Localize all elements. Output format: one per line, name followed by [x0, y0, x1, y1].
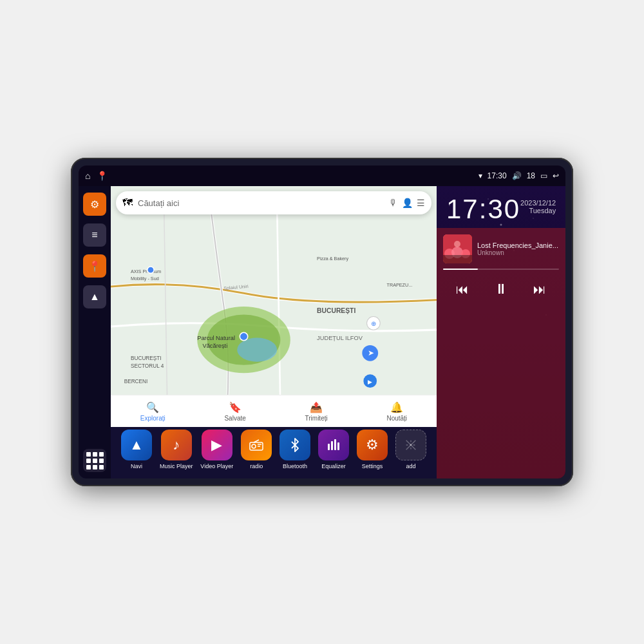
- video-player-icon: ▶: [202, 430, 232, 460]
- volume-icon: 🔊: [512, 171, 522, 180]
- svg-text:⊕: ⊕: [371, 320, 376, 327]
- left-sidebar: ⚙ ≡ 📍 ▲: [79, 186, 111, 478]
- status-time: 17:30: [488, 171, 507, 180]
- svg-text:SECTORUL 4: SECTORUL 4: [131, 363, 164, 369]
- radio-label: radio: [250, 463, 263, 469]
- map-background: Parcul Natural Văcărești BUCUREȘTI JUDEȚ…: [111, 186, 437, 427]
- app-add[interactable]: add: [395, 430, 426, 469]
- prev-button[interactable]: ⏮: [450, 279, 475, 300]
- clock-section: 17:30 2023/12/12 Tuesday: [437, 186, 565, 228]
- battery-level: 18: [527, 171, 535, 180]
- menu-icon[interactable]: ☰: [417, 198, 425, 208]
- music-widget[interactable]: Lost Frequencies_Janie... Unknown ⏮ ⏸ ⏭: [437, 228, 565, 478]
- settings-label: Settings: [362, 463, 383, 469]
- next-button[interactable]: ⏭: [527, 279, 553, 300]
- svg-rect-41: [443, 255, 472, 263]
- back-icon[interactable]: ↩: [553, 171, 559, 180]
- status-left: ⌂ 📍: [85, 171, 108, 181]
- svg-text:BERCENI: BERCENI: [124, 379, 148, 384]
- svg-text:BUCUREȘTI: BUCUREȘTI: [131, 355, 162, 361]
- map-nav-news[interactable]: 🔔 Noutăți: [386, 401, 407, 422]
- sidebar-maps-button[interactable]: 📍: [83, 254, 106, 278]
- map-nav-share[interactable]: 📤 Trimiteți: [305, 401, 328, 422]
- app-radio[interactable]: radio: [241, 430, 272, 469]
- svg-point-16: [147, 267, 154, 273]
- music-controls: ⏮ ⏸ ⏭: [443, 278, 559, 301]
- svg-point-3: [237, 338, 277, 362]
- saved-icon: 🔖: [229, 401, 242, 413]
- svg-text:Parcul Natural: Parcul Natural: [197, 335, 235, 341]
- maps-status-icon[interactable]: 📍: [97, 171, 108, 181]
- map-nav-explore[interactable]: 🔍 Explorați: [140, 401, 166, 422]
- navi-icon: ▲: [121, 430, 152, 460]
- app-video-player[interactable]: ▶ Video Player: [200, 430, 233, 469]
- search-icons: 🎙 👤 ☰: [389, 198, 425, 208]
- svg-text:Pizza & Bakery: Pizza & Bakery: [317, 256, 348, 261]
- video-player-label: Video Player: [200, 463, 233, 469]
- account-icon[interactable]: 👤: [402, 198, 413, 208]
- home-icon[interactable]: ⌂: [85, 171, 90, 181]
- svg-text:Mobility - Sud: Mobility - Sud: [131, 276, 159, 281]
- svg-text:AXIS Premium: AXIS Premium: [131, 269, 161, 274]
- svg-text:TRAPEZU...: TRAPEZU...: [387, 282, 413, 288]
- center-area: Parcul Natural Văcărești BUCUREȘTI JUDEȚ…: [111, 186, 437, 478]
- navi-label: Navi: [131, 463, 142, 469]
- svg-rect-32: [337, 442, 339, 450]
- music-progress-bar[interactable]: [443, 269, 559, 270]
- sidebar-files-button[interactable]: ≡: [83, 223, 106, 247]
- mic-icon[interactable]: 🎙: [389, 198, 398, 208]
- equalizer-icon: [318, 430, 349, 460]
- svg-point-17: [240, 332, 247, 340]
- share-icon: 📤: [310, 401, 323, 413]
- app-dock: ▲ Navi ♪ Music Player ▶ Video Player: [111, 421, 437, 478]
- bluetooth-label: Bluetooth: [283, 463, 307, 469]
- right-panel: 17:30 2023/12/12 Tuesday: [437, 186, 565, 478]
- app-bluetooth[interactable]: Bluetooth: [279, 430, 310, 469]
- map-container[interactable]: Parcul Natural Văcărești BUCUREȘTI JUDEȚ…: [111, 186, 437, 427]
- status-bar: ⌂ 📍 ▾ 17:30 🔊 18 ▭ ↩: [79, 166, 565, 186]
- music-player-label: Music Player: [160, 463, 193, 469]
- add-label: add: [406, 463, 415, 469]
- svg-point-42: [454, 241, 460, 247]
- map-search-bar[interactable]: 🗺 Căutați aici 🎙 👤 ☰: [116, 191, 431, 214]
- main-content: ⚙ ≡ 📍 ▲: [79, 186, 565, 478]
- sidebar-navigation-button[interactable]: ▲: [83, 285, 106, 308]
- radio-icon: [241, 430, 272, 460]
- app-settings[interactable]: ⚙ Settings: [357, 430, 388, 469]
- status-right: ▾ 17:30 🔊 18 ▭ ↩: [478, 171, 559, 180]
- search-placeholder[interactable]: Căutați aici: [138, 198, 384, 208]
- svg-rect-29: [328, 444, 330, 450]
- music-player-icon: ♪: [161, 430, 192, 460]
- clock-time: 17:30: [446, 196, 520, 223]
- track-name: Lost Frequencies_Janie...: [477, 242, 559, 249]
- svg-point-25: [252, 444, 256, 448]
- album-art: [443, 234, 472, 263]
- map-nav-saved[interactable]: 🔖 Salvate: [224, 401, 245, 422]
- svg-text:JUDEȚUL ILFOV: JUDEȚUL ILFOV: [317, 335, 363, 341]
- svg-text:BUCUREȘTI: BUCUREȘTI: [317, 307, 355, 314]
- google-maps-icon: 🗺: [122, 197, 133, 209]
- settings-icon: ⚙: [357, 430, 388, 460]
- equalizer-label: Equalizer: [321, 463, 346, 469]
- battery-icon: ▭: [540, 171, 547, 180]
- track-artist: Unknown: [477, 249, 559, 256]
- track-details: Lost Frequencies_Janie... Unknown: [477, 242, 559, 256]
- app-music-player[interactable]: ♪ Music Player: [160, 430, 193, 469]
- device-frame: ⌂ 📍 ▾ 17:30 🔊 18 ▭ ↩ ⚙ ≡ 📍 ▲: [71, 158, 573, 486]
- map-bottom-nav: 🔍 Explorați 🔖 Salvate 📤 Trimiteți �: [111, 395, 437, 427]
- progress-fill: [443, 269, 478, 270]
- svg-text:▶: ▶: [368, 379, 372, 385]
- add-icon: [395, 430, 426, 460]
- svg-text:➤: ➤: [368, 348, 374, 357]
- app-navi[interactable]: ▲ Navi: [121, 430, 152, 469]
- explore-icon: 🔍: [146, 401, 159, 413]
- sidebar-settings-button[interactable]: ⚙: [83, 193, 106, 216]
- svg-rect-0: [111, 207, 437, 406]
- play-pause-button[interactable]: ⏸: [488, 278, 515, 301]
- music-track-info: Lost Frequencies_Janie... Unknown: [443, 234, 559, 263]
- apps-grid-button[interactable]: [83, 449, 106, 472]
- wifi-icon: ▾: [478, 171, 482, 180]
- app-equalizer[interactable]: Equalizer: [318, 430, 349, 469]
- clock-date: 2023/12/12 Tuesday: [520, 196, 556, 214]
- news-icon: 🔔: [390, 401, 403, 413]
